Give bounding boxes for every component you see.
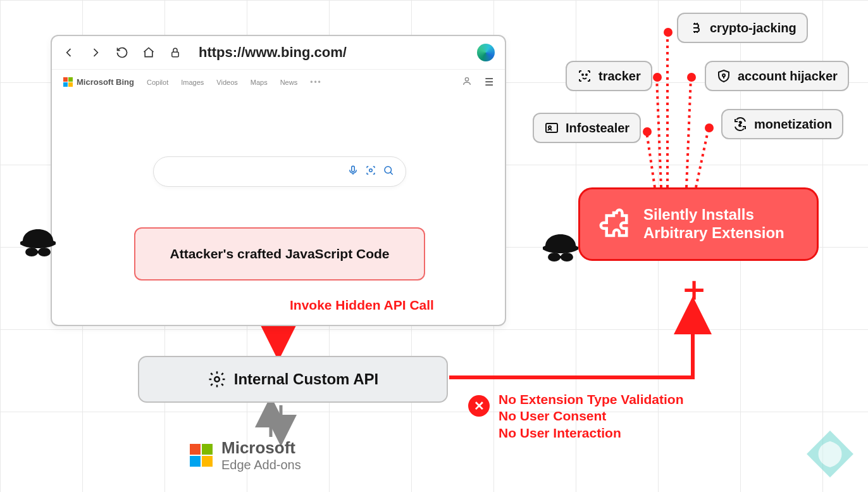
forward-icon[interactable] [89,46,102,60]
plus-icon: ＋ [677,266,711,312]
nav-videos[interactable]: Videos [216,79,237,86]
internal-api-box: Internal Custom API [138,356,448,403]
dot [664,28,673,37]
nav-images[interactable]: Images [181,79,204,86]
dot [705,123,714,132]
hamburger-icon[interactable]: ☰ [485,76,493,88]
search-icon[interactable] [383,165,394,179]
svg-point-13 [385,167,392,173]
tag-crypto-jacking: crypto-jacking [677,13,808,43]
x-circle-icon: ✕ [468,395,490,417]
hacker-icon [18,223,58,263]
dot [653,73,662,82]
svg-point-23 [722,74,725,77]
tag-label: tracker [598,69,641,84]
install-line1: Silently Installs [643,206,784,224]
back-icon[interactable] [62,46,76,60]
bitcoin-icon [688,20,704,35]
face-scan-icon [577,68,592,84]
tag-label: account hijacker [738,69,838,84]
svg-line-8 [696,128,709,187]
puzzle-icon [597,207,631,241]
bing-brand: Microsoft Bing [63,77,134,87]
svg-rect-16 [37,251,39,253]
svg-point-12 [369,169,373,172]
id-card-icon [544,120,559,136]
attacker-code-box: Attacker's crafted JavaScript Code [134,227,425,281]
tag-label: monetization [754,117,832,132]
gear-icon [208,370,226,389]
tag-monetization: monetization [721,109,843,139]
microsoft-logo-icon [190,444,213,467]
home-icon[interactable] [142,46,156,60]
no-consent-block: ✕ No Extension Type Validation No User C… [468,391,684,441]
bing-header: Microsoft Bing Copilot Images Videos Map… [52,70,505,94]
dot [643,127,652,136]
silent-install-box: Silently Installs Arbitrary Extension [578,187,819,261]
install-line2: Arbitrary Extension [643,224,784,243]
mic-icon[interactable] [347,165,359,179]
dot [687,73,696,82]
svg-point-18 [561,253,573,262]
shield-lock-icon [716,68,731,84]
nav-maps[interactable]: Maps [251,79,268,86]
noconsent-l2: No User Consent [499,408,684,424]
tag-label: crypto-jacking [710,21,797,35]
svg-rect-24 [546,123,557,132]
svg-point-25 [549,126,551,129]
noconsent-l3: No User Interaction [499,425,684,441]
profile-icon[interactable] [462,76,472,88]
svg-line-6 [686,77,691,187]
tag-account-hijacker: account hijacker [705,61,849,91]
svg-line-5 [657,77,661,187]
svg-point-10 [465,78,468,81]
svg-point-17 [548,253,561,262]
svg-rect-19 [559,256,562,258]
edge-addons: Microsoft Edge Add-ons [190,438,301,472]
svg-line-7 [647,132,655,187]
addons-line2: Edge Add-ons [221,458,301,472]
nav-more-icon[interactable]: ••• [310,78,322,87]
svg-point-14 [25,248,38,256]
noconsent-l1: No Extension Type Validation [499,391,684,408]
invoke-label: Invoke Hidden API Call [290,298,434,313]
edge-logo-icon [477,44,495,61]
watermark-icon [803,427,857,481]
svg-point-22 [586,74,587,75]
svg-point-20 [214,377,220,382]
search-bar[interactable] [153,156,406,187]
svg-rect-11 [352,166,355,172]
bing-brand-text: Microsoft Bing [77,77,134,87]
tag-tracker: tracker [566,61,652,91]
microsoft-logo-icon [63,77,73,87]
browser-window: https://www.bing.com/ Microsoft Bing Cop… [51,35,506,326]
svg-rect-9 [172,52,179,57]
svg-point-21 [582,74,583,75]
svg-point-15 [38,248,51,256]
nav-news[interactable]: News [280,79,298,86]
url-text[interactable]: https://www.bing.com/ [199,44,347,61]
lock-icon [168,46,182,60]
money-cycle-icon [733,117,748,132]
lens-icon[interactable] [365,165,376,179]
refresh-icon[interactable] [115,46,129,60]
tag-label: Infostealer [566,121,629,136]
nav-copilot[interactable]: Copilot [147,79,168,86]
hacker-icon [540,228,581,268]
api-box-text: Internal Custom API [234,370,378,388]
addons-line1: Microsoft [221,438,301,458]
tag-infostealer: Infostealer [533,113,641,143]
browser-toolbar: https://www.bing.com/ [52,36,505,70]
